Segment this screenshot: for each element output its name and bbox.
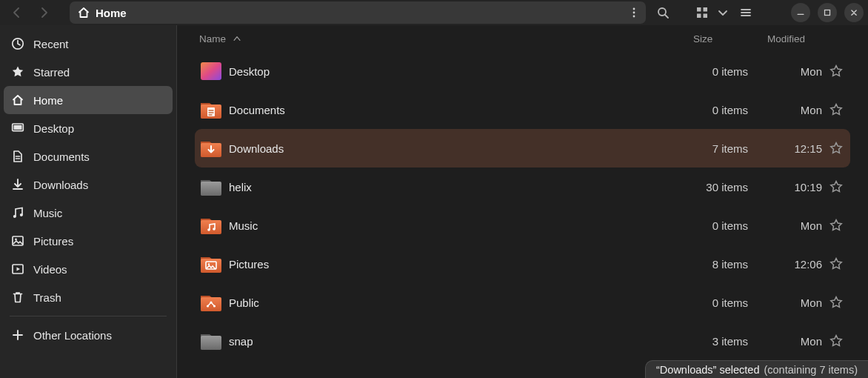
file-size: 7 items [674,142,748,155]
documents-icon [11,150,24,163]
home-icon [11,93,24,107]
star-button[interactable] [822,103,850,116]
sidebar-item-label: Downloads [33,179,88,191]
column-header-modified[interactable]: Modified [767,33,805,44]
file-row[interactable]: Public0 itemsMon [195,283,850,322]
file-modified: Mon [748,65,822,78]
window-maximize-button[interactable] [818,3,837,22]
public-folder-icon [199,291,223,314]
view-grid-button[interactable] [692,1,712,24]
file-row[interactable]: Documents0 itemsMon [195,90,850,129]
column-headers: Name Size Modified [177,25,868,52]
sidebar-item-label: Music [33,207,62,219]
sidebar-item-other-locations[interactable]: Other Locations [4,321,173,349]
sidebar-item-documents[interactable]: Documents [4,142,173,170]
path-segment-home[interactable]: Home [70,1,136,24]
file-modified: Mon [748,296,822,309]
star-button[interactable] [822,142,850,155]
downloads-icon [11,178,24,191]
search-button[interactable] [650,1,675,24]
window-close-button[interactable] [844,3,864,22]
file-modified: 12:15 [748,142,822,155]
trash-icon [11,291,24,304]
file-modified: Mon [748,104,822,116]
file-row[interactable]: Pictures8 items12:06 [195,245,850,283]
file-name: helix [229,181,674,193]
column-header-name[interactable]: Name [199,33,226,44]
hamburger-menu-button[interactable] [733,1,758,24]
sidebar-item-starred[interactable]: Starred [4,58,173,86]
file-row[interactable]: Music0 itemsMon [195,206,850,245]
path-label: Home [96,7,127,19]
view-options-button[interactable] [714,1,732,24]
file-modified: Mon [748,335,822,348]
forward-button[interactable] [31,1,56,24]
folder-icon [199,175,223,199]
sidebar-separator [10,316,167,316]
pictures-folder-icon [199,252,223,276]
sidebar-item-label: Starred [33,66,70,79]
file-name: Pictures [229,258,674,271]
sidebar-item-recent[interactable]: Recent [4,30,173,58]
plus-icon [11,328,24,342]
status-subtext: (containing 7 items) [764,364,858,376]
sidebar-item-label: Desktop [33,122,74,135]
star-button[interactable] [822,257,850,271]
clock-icon [11,37,24,50]
desktop-folder-icon [199,59,223,83]
star-button[interactable] [822,296,850,309]
path-bar[interactable]: Home [70,1,646,24]
file-name: Documents [229,104,674,116]
file-row[interactable]: snap3 itemsMon [195,322,850,360]
file-row[interactable]: helix30 items10:19 [195,168,850,206]
file-name: Public [229,296,674,309]
file-modified: 10:19 [748,181,822,193]
file-size: 0 items [674,104,748,116]
star-button[interactable] [822,219,850,232]
file-name: Music [229,219,674,232]
file-modified: 12:06 [748,258,822,271]
file-size: 0 items [674,219,748,232]
back-button[interactable] [4,1,30,24]
path-menu-button[interactable] [622,1,646,24]
pictures-icon [11,234,24,248]
star-button[interactable] [822,64,850,78]
sidebar-item-downloads[interactable]: Downloads [4,170,173,199]
file-row[interactable]: Desktop0 itemsMon [195,52,850,90]
status-text: “Downloads” selected [656,364,759,376]
file-row[interactable]: Downloads7 items12:15 [195,129,850,168]
window-minimize-button[interactable] [791,3,810,22]
file-size: 0 items [674,296,748,309]
sidebar-item-label: Trash [33,291,61,304]
sidebar-item-pictures[interactable]: Pictures [4,227,173,255]
sidebar-item-label: Pictures [33,235,73,248]
music-icon [11,206,24,219]
file-name: Desktop [229,65,674,78]
file-size: 8 items [674,258,748,271]
column-header-size[interactable]: Size [693,33,712,44]
star-icon [11,65,24,79]
sidebar-item-label: Videos [33,263,67,276]
home-icon [77,6,90,19]
sidebar-item-home[interactable]: Home [4,86,173,114]
sidebar-item-label: Documents [33,150,90,163]
file-size: 3 items [674,335,748,348]
sidebar-item-music[interactable]: Music [4,199,173,227]
documents-folder-icon [199,98,223,122]
file-name: Downloads [229,142,674,155]
sidebar-item-label: Recent [33,38,69,50]
file-size: 30 items [674,181,748,193]
sidebar-item-trash[interactable]: Trash [4,283,173,311]
file-name: snap [229,335,674,348]
file-view: Name Size Modified Desktop0 itemsMonDocu… [177,25,868,378]
folder-icon [199,329,223,353]
titlebar: Home [0,0,868,25]
star-button[interactable] [822,180,850,193]
desktop-icon [11,122,24,135]
downloads-folder-icon [199,136,223,160]
sidebar-item-videos[interactable]: Videos [4,255,173,283]
status-bar: “Downloads” selected (containing 7 items… [645,360,868,378]
star-button[interactable] [822,334,850,348]
sidebar-item-desktop[interactable]: Desktop [4,114,173,142]
videos-icon [11,262,24,276]
